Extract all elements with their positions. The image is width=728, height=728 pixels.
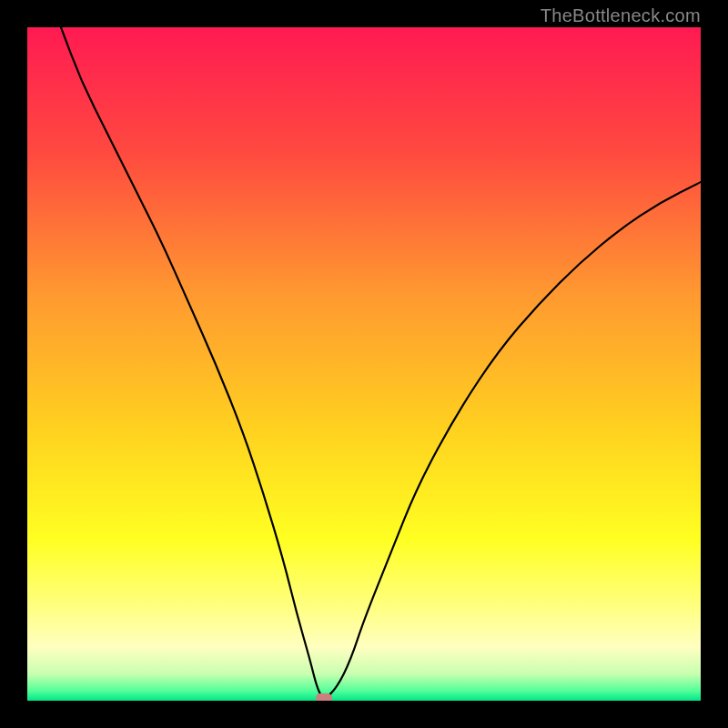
chart-curve [27,27,701,701]
watermark-label: TheBottleneck.com [541,5,701,26]
minimum-marker [316,693,332,701]
plot-area [27,27,701,701]
chart-frame: TheBottleneck.com [0,0,728,728]
